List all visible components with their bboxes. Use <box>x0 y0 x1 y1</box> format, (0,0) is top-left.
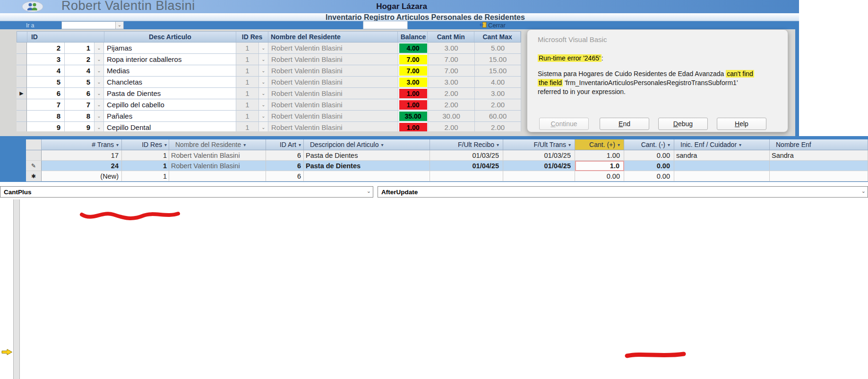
cell-nombre[interactable]: Robert Valentin Blasini <box>268 77 398 88</box>
cell-art[interactable]: 7 <box>65 99 95 111</box>
cell-id[interactable]: 6 <box>27 88 65 99</box>
chevron-down-icon[interactable]: ⌄ <box>367 188 371 194</box>
col-id-res[interactable]: ID Res▾ <box>122 139 169 150</box>
cell-balance[interactable]: 35.00 <box>398 111 428 122</box>
cell-id-res[interactable]: 1 <box>236 122 259 131</box>
cell-inic-enf[interactable] <box>674 161 770 171</box>
record-selector-pencil[interactable]: ✎ <box>26 161 42 171</box>
combo-arrow-icon[interactable]: ⌄ <box>259 65 268 77</box>
col-nombre-enf[interactable]: Nombre Enf <box>770 139 868 150</box>
cell-art[interactable]: 6 <box>65 88 95 99</box>
cell-cant-minus[interactable]: 0.00 <box>624 171 674 181</box>
col-id-art[interactable]: ID Art▾ <box>266 139 304 150</box>
cell-nombre[interactable]: Robert Valentin Blasini <box>268 111 398 122</box>
record-selector[interactable] <box>17 65 27 77</box>
cell-id-art[interactable]: 6 <box>266 161 304 171</box>
cell-id-res[interactable]: 1 <box>236 65 259 77</box>
cell-fult-recibo[interactable]: 01/04/25 <box>430 161 503 171</box>
filter-box[interactable] <box>363 21 408 29</box>
record-selector[interactable] <box>17 54 27 65</box>
cell-id-res[interactable]: 1 <box>236 111 259 122</box>
cell-cant-max[interactable]: 15.00 <box>475 54 521 65</box>
debug-button[interactable]: Debug <box>658 118 708 130</box>
combo-arrow-icon[interactable]: ⌄ <box>95 54 104 65</box>
cell-id-art[interactable]: 6 <box>266 171 304 181</box>
col-nombre-residente[interactable]: Nombre del Residente▾ <box>169 139 266 150</box>
cell-cant-min[interactable]: 7.00 <box>428 65 475 77</box>
cell-art[interactable]: 2 <box>65 54 95 65</box>
combo-arrow-icon[interactable]: ⌄ <box>95 122 104 131</box>
combo-arrow-icon[interactable]: ⌄ <box>95 88 104 99</box>
col-fult-recibo[interactable]: F/Ult Recibo▾ <box>430 139 503 150</box>
record-selector[interactable] <box>17 99 27 111</box>
combo-arrow-icon[interactable]: ⌄ <box>95 65 104 77</box>
cell-cant-min[interactable]: 2.00 <box>428 99 475 111</box>
cell-id[interactable]: 9 <box>27 122 65 131</box>
cell-art[interactable]: 1 <box>65 43 95 54</box>
cell-num-trans[interactable]: 17 <box>42 150 122 161</box>
cell-nombre[interactable]: Robert Valentin Blasini <box>268 54 398 65</box>
cell-cant-minus[interactable]: 0.00 <box>624 161 674 171</box>
record-selector-current[interactable]: ▶ <box>17 88 27 99</box>
cell-descripcion[interactable]: Pasta de Dientes <box>304 150 430 161</box>
cell-id-res[interactable]: 1 <box>122 150 169 161</box>
cell-nombre[interactable]: Robert Valentin Blasini <box>268 88 398 99</box>
cell-id-res[interactable]: 1 <box>236 54 259 65</box>
record-selector-new[interactable]: ✱ <box>26 171 42 181</box>
cell-cant-min[interactable]: 7.00 <box>428 54 475 65</box>
cell-fult-recibo[interactable] <box>430 171 503 181</box>
cell-id-res[interactable]: 1 <box>122 161 169 171</box>
cell-num-trans[interactable]: 24 <box>42 161 122 171</box>
cell-id-art[interactable]: 6 <box>266 150 304 161</box>
chevron-down-icon[interactable]: ⌄ <box>115 22 123 29</box>
cell-art[interactable]: 5 <box>65 77 95 88</box>
combo-arrow-icon[interactable]: ⌄ <box>259 111 268 122</box>
cell-id-res[interactable]: 1 <box>236 88 259 99</box>
combo-arrow-icon[interactable]: ⌄ <box>95 43 104 54</box>
cell-inic-enf[interactable] <box>674 171 770 181</box>
cell-nombre-enf[interactable] <box>770 161 868 171</box>
combo-arrow-icon[interactable]: ⌄ <box>259 122 268 131</box>
cell-fult-trans[interactable]: 01/04/25 <box>503 161 575 171</box>
col-descripcion[interactable]: Descripcion del Articulo▾ <box>304 139 430 150</box>
record-selector[interactable] <box>17 111 27 122</box>
cell-desc[interactable]: Pañales <box>104 111 236 122</box>
combo-arrow-icon[interactable]: ⌄ <box>95 77 104 88</box>
cell-id[interactable]: 3 <box>27 54 65 65</box>
cell-cant-min[interactable]: 2.00 <box>428 122 475 131</box>
cell-desc[interactable]: Cepillo Dental <box>104 122 236 131</box>
end-button[interactable]: End <box>600 118 649 130</box>
cell-fult-trans[interactable] <box>503 171 575 181</box>
record-selector[interactable] <box>17 77 27 88</box>
select-all-corner[interactable] <box>26 139 42 150</box>
cell-fult-recibo[interactable]: 01/03/25 <box>430 150 503 161</box>
cell-balance[interactable]: 1.00 <box>398 122 428 131</box>
cell-desc[interactable]: Medias <box>104 65 236 77</box>
cell-id-res[interactable]: 1 <box>236 43 259 54</box>
cell-balance[interactable]: 7.00 <box>398 54 428 65</box>
cell-id-res[interactable]: 1 <box>122 171 169 181</box>
record-selector[interactable] <box>26 150 42 161</box>
cell-inic-enf[interactable]: sandra <box>674 150 770 161</box>
cell-balance[interactable]: 7.00 <box>398 65 428 77</box>
combo-arrow-icon[interactable]: ⌄ <box>95 99 104 111</box>
cell-art[interactable]: 4 <box>65 65 95 77</box>
cell-art[interactable]: 8 <box>65 111 95 122</box>
combo-arrow-icon[interactable]: ⌄ <box>259 88 268 99</box>
help-button[interactable]: Help <box>717 118 766 130</box>
cell-id[interactable]: 2 <box>27 43 65 54</box>
cell-cant-plus[interactable]: 0.00 <box>575 171 624 181</box>
cell-nombre-enf[interactable]: Sandra <box>770 150 868 161</box>
col-num-trans[interactable]: # Trans▾ <box>42 139 122 150</box>
combo-arrow-icon[interactable]: ⌄ <box>259 43 268 54</box>
cell-id-res[interactable]: 1 <box>236 77 259 88</box>
object-combobox[interactable]: CantPlus ⌄ <box>0 186 373 198</box>
cell-cant-max[interactable]: 4.00 <box>475 77 521 88</box>
cell-nombre[interactable] <box>169 171 266 181</box>
combo-arrow-icon[interactable]: ⌄ <box>95 111 104 122</box>
cell-cant-min[interactable]: 2.00 <box>428 88 475 99</box>
cell-nombre[interactable]: Robert Valentin Blasini <box>169 150 266 161</box>
cell-cant-max[interactable]: 5.00 <box>475 43 521 54</box>
cell-descripcion[interactable]: Pasta de Dientes <box>304 161 430 171</box>
cell-nombre[interactable]: Robert Valentin Blasini <box>268 65 398 77</box>
